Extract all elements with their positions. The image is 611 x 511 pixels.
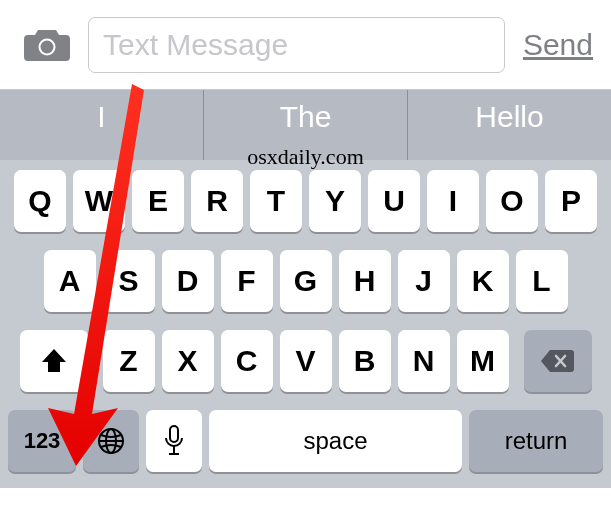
key-e[interactable]: E [132, 170, 184, 232]
key-c[interactable]: C [221, 330, 273, 392]
return-key[interactable]: return [469, 410, 603, 472]
key-h[interactable]: H [339, 250, 391, 312]
key-v[interactable]: V [280, 330, 332, 392]
keyboard: Q W E R T Y U I O P A S D F G H J K L [0, 160, 611, 488]
key-i[interactable]: I [427, 170, 479, 232]
key-u[interactable]: U [368, 170, 420, 232]
shift-key[interactable] [20, 330, 88, 392]
microphone-icon [162, 424, 186, 458]
message-input[interactable] [88, 17, 505, 73]
key-s[interactable]: S [103, 250, 155, 312]
key-b[interactable]: B [339, 330, 391, 392]
send-button[interactable]: Send [517, 28, 599, 62]
key-q[interactable]: Q [14, 170, 66, 232]
key-l[interactable]: L [516, 250, 568, 312]
shift-icon [39, 346, 69, 376]
backspace-icon [540, 348, 576, 374]
dictation-key[interactable] [146, 410, 202, 472]
key-x[interactable]: X [162, 330, 214, 392]
key-j[interactable]: J [398, 250, 450, 312]
key-n[interactable]: N [398, 330, 450, 392]
suggestion-2[interactable]: Hello [408, 90, 611, 160]
key-d[interactable]: D [162, 250, 214, 312]
key-f[interactable]: F [221, 250, 273, 312]
messages-keyboard-screen: Send I The Hello Q W E R T Y U I O P A S… [0, 0, 611, 511]
numeric-key[interactable]: 123 [8, 410, 76, 472]
key-row-2: A S D F G H J K L [8, 250, 603, 312]
camera-icon [24, 27, 70, 63]
key-a[interactable]: A [44, 250, 96, 312]
key-p[interactable]: P [545, 170, 597, 232]
globe-key[interactable] [83, 410, 139, 472]
key-row-3: Z X C V B N M [8, 330, 603, 392]
quicktype-suggestions: I The Hello [0, 90, 611, 160]
space-key[interactable]: space [209, 410, 462, 472]
svg-point-1 [41, 40, 54, 53]
key-y[interactable]: Y [309, 170, 361, 232]
suggestion-0[interactable]: I [0, 90, 204, 160]
key-t[interactable]: T [250, 170, 302, 232]
key-w[interactable]: W [73, 170, 125, 232]
delete-key[interactable] [524, 330, 592, 392]
message-input-wrap [88, 17, 505, 73]
key-r[interactable]: R [191, 170, 243, 232]
key-g[interactable]: G [280, 250, 332, 312]
camera-button[interactable] [18, 27, 76, 63]
key-o[interactable]: O [486, 170, 538, 232]
globe-icon [96, 426, 126, 456]
suggestion-1[interactable]: The [204, 90, 408, 160]
key-z[interactable]: Z [103, 330, 155, 392]
compose-bar: Send [0, 0, 611, 90]
svg-rect-5 [170, 426, 178, 442]
key-row-bottom: 123 space return [8, 410, 603, 472]
key-m[interactable]: M [457, 330, 509, 392]
key-row-1: Q W E R T Y U I O P [8, 170, 603, 232]
key-k[interactable]: K [457, 250, 509, 312]
